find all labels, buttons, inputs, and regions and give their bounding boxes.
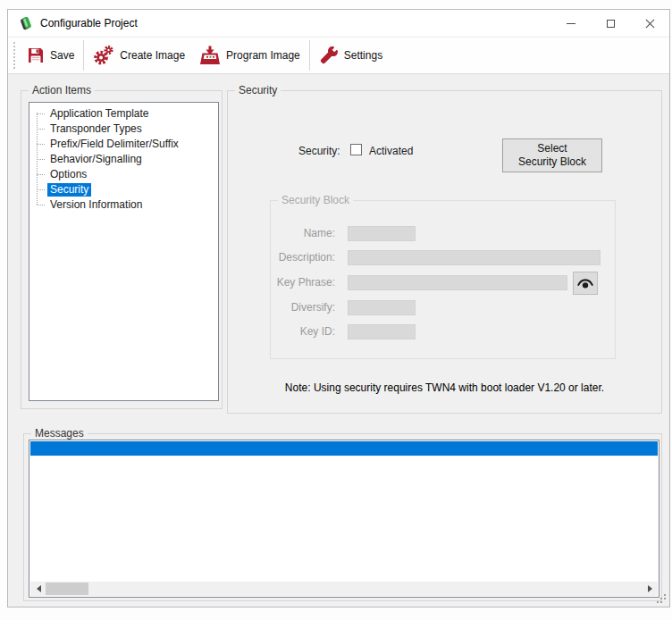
action-items-tree: Application Template Transponder Types P… (29, 102, 219, 401)
toolbar: Save Create Image (8, 37, 669, 74)
security-note: Note: Using security requires TWN4 with … (228, 381, 661, 394)
save-button[interactable]: Save (20, 40, 81, 71)
security-group: Security Security: Activated Select Secu… (227, 90, 662, 414)
key-phrase-field (348, 275, 567, 290)
save-label: Save (50, 49, 74, 62)
description-field (348, 250, 601, 265)
selected-message-row[interactable] (30, 441, 658, 456)
security-group-label: Security (235, 84, 281, 96)
toolbar-separator (309, 40, 310, 71)
diversify-field (348, 300, 416, 315)
tree-item-prefix-field-delimiter-suffix[interactable]: Prefix/Field Delimiter/Suffix (29, 137, 218, 152)
tree-connector (37, 189, 45, 190)
app-icon (19, 16, 33, 30)
horizontal-scrollbar[interactable] (30, 582, 658, 596)
scrollbar-thumb[interactable] (46, 582, 88, 595)
close-icon (645, 19, 655, 29)
toolbar-separator (83, 40, 84, 71)
name-field (348, 226, 416, 241)
settings-button[interactable]: Settings (312, 40, 390, 71)
tree-item-transponder-types[interactable]: Transponder Types (29, 121, 218, 137)
key-id-field (348, 324, 416, 339)
action-items-group-label: Action Items (29, 84, 95, 96)
close-button[interactable] (630, 10, 669, 37)
key-id-label: Key ID: (271, 324, 335, 339)
name-label: Name: (271, 226, 335, 241)
maximize-icon (607, 20, 615, 28)
toolbar-grip[interactable] (13, 42, 16, 69)
tree-connector (37, 113, 45, 114)
minimize-icon (567, 23, 575, 24)
gears-icon (93, 45, 114, 66)
tree-connector (37, 129, 45, 130)
select-security-block-button[interactable]: Select Security Block (502, 138, 602, 172)
tree-item-version-information[interactable]: Version Information (29, 197, 218, 213)
create-image-label: Create Image (120, 49, 185, 62)
messages-list[interactable] (29, 440, 659, 598)
create-image-button[interactable]: Create Image (86, 40, 192, 71)
wrench-icon (319, 46, 339, 65)
action-items-group: Action Items Application Template Transp… (21, 90, 223, 409)
security-block-group: Security Block Name: Description: Key Ph… (270, 200, 616, 359)
show-key-phrase-button[interactable] (573, 272, 598, 295)
window-title: Configurable Project (40, 17, 138, 29)
settings-label: Settings (344, 49, 382, 62)
tree-connector (37, 144, 45, 145)
tree-item-behavior-signalling[interactable]: Behavior/Signalling (29, 152, 218, 167)
tree-connector (37, 205, 45, 205)
activated-checkbox-label[interactable]: Activated (369, 145, 413, 157)
program-image-label: Program Image (226, 49, 300, 62)
box-arrow-icon (199, 46, 221, 65)
messages-group-label: Messages (31, 427, 88, 440)
scroll-right-button[interactable] (643, 582, 658, 596)
security-field-label: Security: (298, 145, 340, 157)
key-phrase-label: Key Phrase: (271, 275, 335, 290)
scroll-left-button[interactable] (30, 582, 45, 596)
messages-group: Messages (23, 433, 662, 601)
tree-item-security[interactable]: Security (29, 182, 218, 197)
tree-connector (37, 159, 45, 160)
app-window: Configurable Project Save (7, 9, 670, 607)
eye-icon (576, 277, 594, 290)
diversify-label: Diversify: (271, 300, 335, 315)
maximize-button[interactable] (591, 10, 630, 37)
scroll-right-icon (648, 585, 656, 592)
tree-item-application-template[interactable]: Application Template (29, 106, 218, 121)
minimize-button[interactable] (551, 10, 591, 37)
tree-connector (37, 174, 45, 175)
security-block-group-label: Security Block (278, 194, 353, 206)
title-bar: Configurable Project (8, 10, 669, 37)
description-label: Description: (271, 250, 335, 265)
program-image-button[interactable]: Program Image (192, 40, 307, 71)
floppy-disk-icon (27, 46, 45, 64)
scroll-left-icon (33, 585, 41, 592)
resize-grip[interactable] (664, 601, 666, 603)
tree-item-options[interactable]: Options (29, 167, 218, 182)
activated-checkbox[interactable] (350, 144, 362, 155)
